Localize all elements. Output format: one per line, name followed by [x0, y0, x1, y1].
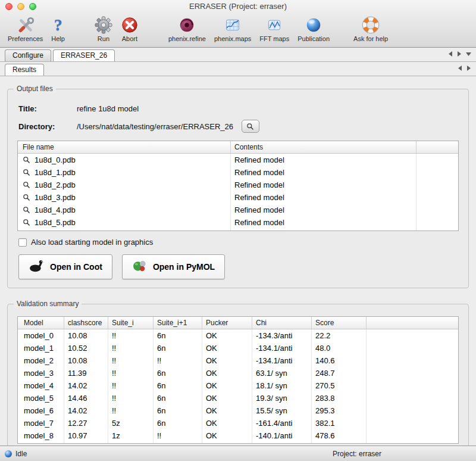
file-name-cell: 1u8d_0.pdb	[18, 154, 231, 166]
validation-row[interactable]: model_414.02!!6nOK18.1/ syn270.5	[18, 379, 458, 392]
zoom-button[interactable]	[29, 3, 36, 10]
open-in-pymol-button[interactable]: Open in PyMOL	[122, 254, 225, 279]
chi-cell: 19.3/ syn	[252, 392, 312, 404]
toolbar-help[interactable]: ? Help	[47, 15, 69, 43]
load-starting-model-checkbox[interactable]	[18, 238, 27, 247]
toolbar-abort[interactable]: Abort	[117, 15, 143, 43]
empty-cell	[367, 429, 458, 442]
directory-field-row: Directory: /Users/nat/data/testing/erras…	[18, 119, 459, 133]
minimize-button[interactable]	[17, 3, 24, 10]
file-name-cell: 1u8d_3.pdb	[18, 191, 231, 204]
file-name-cell: 1u8d_2.pdb	[18, 179, 231, 191]
empty-cell	[416, 229, 458, 231]
toolbar-run[interactable]: Run	[90, 15, 117, 43]
title-value: refine 1u8d model	[77, 104, 139, 113]
toolbar-label: FFT maps	[259, 35, 289, 42]
suite-i-cell: !!	[108, 404, 154, 417]
tab-configure[interactable]: Configure	[5, 49, 51, 61]
tab-erraser-26[interactable]: ERRASER_26	[53, 49, 115, 61]
main-tab-bar: Configure ERRASER_26	[0, 48, 476, 62]
model-cell: start_min	[18, 442, 64, 444]
validation-row[interactable]: model_210.08!!!!OK-134.1/anti140.6	[18, 354, 458, 367]
validation-row[interactable]: model_514.46!!6nOK19.3/ syn283.8	[18, 392, 458, 404]
browse-directory-button[interactable]	[242, 120, 259, 133]
column-header-pucker[interactable]: Pucker	[202, 317, 252, 329]
toolbar-label: Publication	[298, 35, 330, 42]
column-header-clashscore[interactable]: clashscore	[64, 317, 108, 329]
column-header-empty	[416, 141, 458, 153]
file-row[interactable]: 1u8d_6.pdbRefined model	[18, 229, 458, 231]
column-header-model[interactable]: Model	[18, 317, 64, 329]
score-cell: 0.0	[312, 442, 367, 444]
publication-icon	[305, 15, 322, 35]
column-header-suite-i1[interactable]: Suite_i+1	[154, 317, 202, 329]
tab-nav-arrows	[448, 51, 471, 57]
toolbar-publication[interactable]: Publication	[293, 15, 334, 43]
toolbar-fft-maps[interactable]: FFT maps	[255, 15, 293, 43]
column-header-chi[interactable]: Chi	[252, 317, 312, 329]
empty-cell	[416, 166, 458, 179]
toolbar-label: Run	[98, 35, 109, 42]
suite-i1-cell: 6n	[154, 417, 202, 429]
file-name-cell: 1u8d_5.pdb	[18, 216, 231, 229]
clashscore-cell: 10.08	[64, 329, 108, 342]
tab-results[interactable]: Results	[5, 64, 44, 76]
tab-scroll-right-icon[interactable]	[466, 66, 471, 71]
empty-cell	[416, 191, 458, 204]
toolbar-phenix-maps[interactable]: phenix.maps	[210, 15, 255, 43]
suite-i1-cell: 6n	[154, 329, 202, 342]
empty-cell	[416, 154, 458, 166]
toolbar-preferences[interactable]: Preferences	[4, 15, 47, 43]
file-row[interactable]: 1u8d_0.pdbRefined model	[18, 154, 458, 166]
empty-cell	[416, 179, 458, 191]
validation-row[interactable]: start_min10.08!!6nOK-134.3/anti0.0	[18, 442, 458, 444]
close-button[interactable]	[5, 3, 12, 10]
tab-scroll-left-icon[interactable]	[458, 66, 462, 71]
empty-cell	[416, 204, 458, 216]
file-row[interactable]: 1u8d_3.pdbRefined model	[18, 191, 458, 204]
score-cell: 382.1	[312, 417, 367, 429]
empty-cell	[367, 342, 458, 354]
blue-sphere-icon	[5, 450, 12, 457]
file-row[interactable]: 1u8d_5.pdbRefined model	[18, 216, 458, 229]
tab-nav-arrows	[458, 66, 471, 71]
empty-cell	[367, 379, 458, 392]
chi-cell: -134.1/anti	[252, 354, 312, 367]
directory-value: /Users/nat/data/testing/erraser/ERRASER_…	[77, 122, 233, 131]
file-row[interactable]: 1u8d_2.pdbRefined model	[18, 179, 458, 191]
toolbar-label: Preferences	[8, 35, 43, 42]
score-cell: 478.6	[312, 429, 367, 442]
pucker-cell: OK	[202, 392, 252, 404]
title-label: Title:	[18, 104, 77, 113]
title-field-row: Title: refine 1u8d model	[18, 101, 459, 116]
column-header-contents[interactable]: Contents	[231, 141, 416, 153]
tab-list-down-icon[interactable]	[466, 52, 471, 57]
column-header-suite-i[interactable]: Suite_i	[108, 317, 154, 329]
file-row[interactable]: 1u8d_4.pdbRefined model	[18, 204, 458, 216]
toolbar-phenix-refine[interactable]: phenix.refine	[164, 15, 210, 43]
toolbar-ask-for-help[interactable]: Ask for help	[349, 15, 392, 43]
column-header-score[interactable]: Score	[312, 317, 367, 329]
validation-row[interactable]: model_110.52!!6nOK-134.1/anti48.0	[18, 342, 458, 354]
open-in-coot-button[interactable]: Open in Coot	[18, 254, 112, 279]
validation-row[interactable]: model_010.08!!6nOK-134.3/anti22.2	[18, 329, 458, 342]
column-header-file-name[interactable]: File name	[18, 141, 231, 153]
status-bar: Idle Project: erraser	[0, 446, 476, 461]
output-files-table-header: File name Contents	[18, 141, 458, 154]
suite-i-cell: !!	[108, 379, 154, 392]
title-bar[interactable]: ERRASER (Project: erraser)	[0, 0, 476, 13]
button-label: Open in PyMOL	[153, 262, 215, 272]
tab-scroll-left-icon[interactable]	[448, 51, 453, 57]
fft-maps-icon	[266, 15, 283, 35]
validation-row[interactable]: model_712.275z6nOK-161.4/anti382.1	[18, 417, 458, 429]
validation-row[interactable]: model_810.971z!!OK-140.1/anti478.6	[18, 429, 458, 442]
abort-icon	[121, 15, 139, 35]
suite-i1-cell: 6n	[154, 367, 202, 379]
toolbar-label: Help	[51, 35, 65, 42]
validation-row[interactable]: model_614.02!!6nOK15.5/ syn295.3	[18, 404, 458, 417]
empty-cell	[367, 367, 458, 379]
file-row[interactable]: 1u8d_1.pdbRefined model	[18, 166, 458, 179]
validation-row[interactable]: model_311.39!!6nOK63.1/ syn248.7	[18, 367, 458, 379]
suite-i-cell: !!	[108, 442, 154, 444]
tab-scroll-right-icon[interactable]	[457, 51, 462, 57]
